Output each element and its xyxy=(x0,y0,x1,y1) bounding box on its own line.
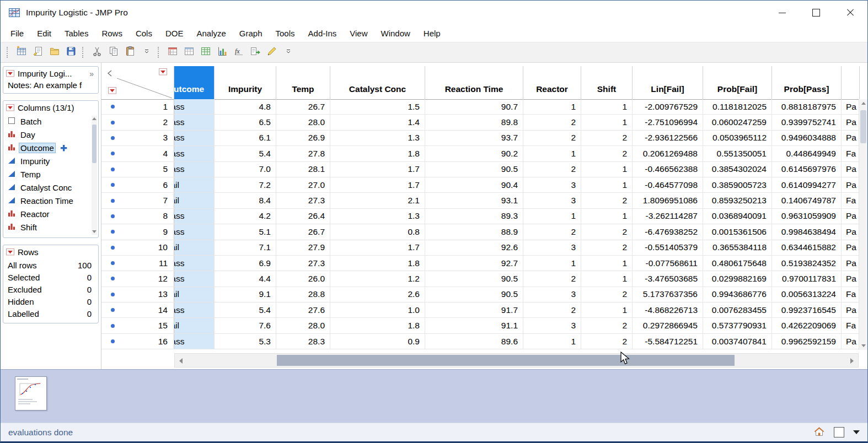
cell[interactable]: Pa xyxy=(842,271,860,286)
cell[interactable]: 1.8 xyxy=(330,318,425,333)
cell[interactable]: 0.0015361506 xyxy=(703,224,772,239)
cell[interactable]: 0.4262209069 xyxy=(772,318,842,333)
cell[interactable]: 90.5 xyxy=(425,271,523,286)
minimize-button[interactable] xyxy=(765,1,799,25)
journal-button[interactable] xyxy=(30,45,46,60)
row-state-dot[interactable] xyxy=(111,293,115,296)
cell[interactable]: 5.1 xyxy=(215,224,276,239)
cell[interactable]: 1.5 xyxy=(330,99,425,114)
cell[interactable]: 1 xyxy=(581,256,633,271)
cell[interactable]: 4.4 xyxy=(215,271,276,286)
cell[interactable]: 28.0 xyxy=(276,115,330,129)
cell[interactable]: 27.8 xyxy=(276,146,330,161)
cell[interactable]: 90.5 xyxy=(425,162,523,177)
cell[interactable]: Pass xyxy=(174,302,215,317)
cell[interactable]: 2.1 xyxy=(330,193,425,208)
cell[interactable]: 0.3854302024 xyxy=(703,162,772,177)
column-header-prob-fail[interactable]: Prob[Fail] xyxy=(703,66,772,99)
cell[interactable]: 2 xyxy=(523,224,581,239)
graph-builder-button[interactable] xyxy=(214,45,231,60)
cell[interactable]: 0.9496034888 xyxy=(772,131,842,145)
cell[interactable]: 1 xyxy=(523,334,581,349)
cell[interactable]: Fa xyxy=(842,318,860,333)
statusbar-dropdown[interactable] xyxy=(853,430,860,434)
cell[interactable]: 28.1 xyxy=(276,162,330,177)
row-number-cell[interactable]: 13 xyxy=(101,287,174,302)
cell[interactable]: 90.4 xyxy=(425,177,523,192)
cell[interactable]: 0.1406749787 xyxy=(772,193,842,208)
column-header-partial[interactable] xyxy=(842,66,860,99)
cell[interactable]: 2.6 xyxy=(330,287,425,302)
cell[interactable]: 8.4 xyxy=(215,193,276,208)
cell[interactable]: 1 xyxy=(581,162,633,177)
cell[interactable]: Pa xyxy=(842,209,860,224)
cell[interactable]: 0.2061269488 xyxy=(633,146,703,161)
cell[interactable]: 0.3655384118 xyxy=(703,240,772,255)
cell[interactable]: 2 xyxy=(581,131,633,145)
cell[interactable]: Pa xyxy=(842,256,860,271)
cell[interactable]: 1.8 xyxy=(330,256,425,271)
row-number-cell[interactable]: 8 xyxy=(101,209,174,224)
window-restore-button[interactable] xyxy=(834,427,844,437)
column-item-impurity[interactable]: Impurity xyxy=(4,154,90,168)
horizontal-scrollbar[interactable] xyxy=(174,353,859,368)
cell[interactable]: 0.6145697976 xyxy=(772,162,842,177)
cell[interactable]: 4.8 xyxy=(215,99,276,114)
cell[interactable]: 6.5 xyxy=(215,115,276,129)
formula-button[interactable]: fx xyxy=(231,45,247,60)
maximize-button[interactable] xyxy=(799,1,833,25)
cell[interactable]: 7.1 xyxy=(215,240,276,255)
cell[interactable]: 0.8593250213 xyxy=(703,193,772,208)
cell[interactable]: 26.7 xyxy=(276,224,330,239)
cell[interactable]: 2 xyxy=(581,318,633,333)
cell[interactable]: Fa xyxy=(842,287,860,302)
cell[interactable]: 0.9700117831 xyxy=(772,271,842,286)
cell[interactable]: 5.3 xyxy=(215,334,276,349)
column-header-impurity[interactable]: Impurity xyxy=(215,66,276,99)
cell[interactable]: 1 xyxy=(581,209,633,224)
close-button[interactable] xyxy=(833,1,867,25)
run-script-button[interactable] xyxy=(247,45,264,60)
cell[interactable]: -3.262114287 xyxy=(633,209,703,224)
cell[interactable]: 26.4 xyxy=(276,209,330,224)
columns-scrollbar-thumb[interactable] xyxy=(92,125,97,163)
cell[interactable]: 0.8 xyxy=(330,224,425,239)
scroll-right-button[interactable] xyxy=(850,358,854,364)
cell[interactable]: 0.5737790931 xyxy=(703,318,772,333)
window-thumbnail[interactable] xyxy=(15,376,47,410)
rows-menu-button[interactable] xyxy=(108,87,116,94)
table-menu-button[interactable] xyxy=(6,70,14,77)
cell[interactable]: 1 xyxy=(581,271,633,286)
cell[interactable]: -0.464577098 xyxy=(633,177,703,192)
column-header-reactor[interactable]: Reactor xyxy=(523,66,581,99)
scroll-down-button[interactable] xyxy=(861,344,866,347)
cell[interactable]: 2 xyxy=(581,224,633,239)
copy-button[interactable] xyxy=(105,45,122,60)
cell[interactable]: 2 xyxy=(581,287,633,302)
row-number-cell[interactable]: 15 xyxy=(101,318,174,333)
column-item-batch[interactable]: Batch xyxy=(4,115,90,128)
row-state-dot[interactable] xyxy=(111,324,115,328)
scroll-up-button[interactable] xyxy=(861,102,866,105)
cell[interactable]: 0.3859005723 xyxy=(703,177,772,192)
data-table-button[interactable] xyxy=(164,45,181,60)
row-state-dot[interactable] xyxy=(111,246,115,250)
vertical-scrollbar[interactable] xyxy=(859,99,867,350)
cell[interactable]: Fa xyxy=(842,193,860,208)
column-item-outcome[interactable]: Outcome xyxy=(4,141,90,154)
cell[interactable]: 4.2 xyxy=(215,209,276,224)
cell[interactable]: 1.7 xyxy=(330,162,425,177)
column-item-day[interactable]: Day xyxy=(4,128,90,141)
cell[interactable]: 3 xyxy=(523,193,581,208)
row-number-cell[interactable]: 9 xyxy=(101,224,174,239)
toolbar-overflow-button[interactable] xyxy=(138,45,155,60)
cell[interactable]: 91.7 xyxy=(425,302,523,317)
row-state-dot[interactable] xyxy=(111,214,115,218)
column-item-shift[interactable]: Shift xyxy=(4,220,90,234)
cell[interactable]: 7.0 xyxy=(215,162,276,177)
row-number-cell[interactable]: 1 xyxy=(101,99,174,114)
cell[interactable]: 2 xyxy=(523,302,581,317)
cell[interactable]: Fail xyxy=(174,193,215,208)
cell[interactable]: 5.4 xyxy=(215,146,276,161)
cell[interactable]: 92.6 xyxy=(425,240,523,255)
